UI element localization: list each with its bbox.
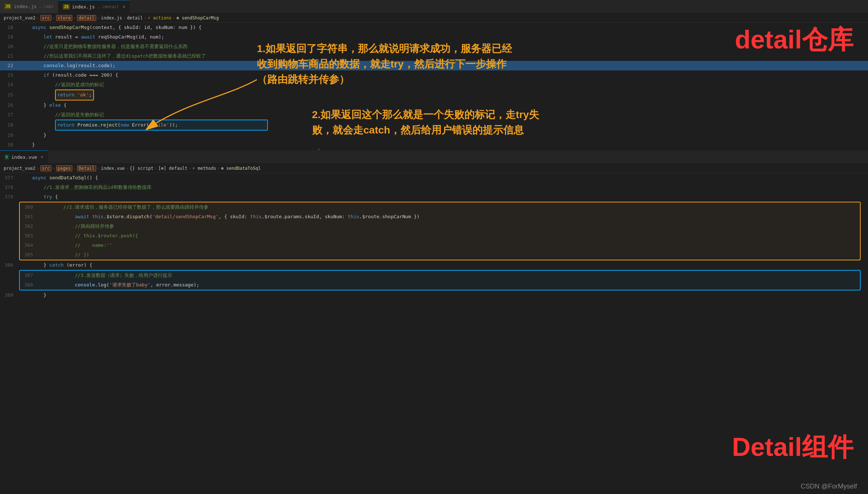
code-line-379: 379 try { (0, 192, 868, 202)
tab-index-detail[interactable]: JS index.js ..\detail ✕ (58, 0, 130, 13)
line-number-20: 20 (0, 42, 19, 51)
code-line-381: 381 await this.$store.dispatch('detail/s… (20, 212, 860, 222)
line-content-27: //返回的是失败的标记 (19, 110, 104, 120)
bc-actions: ⚡ actions (148, 15, 171, 21)
line-number-27: 27 (0, 110, 19, 120)
line-content-21: //所以这里我们不用再三连环了，通过dispatch把数据给服务器就已经欧了 (19, 51, 206, 61)
line-content-377: async sendDataToSql() { (19, 173, 98, 183)
line-number-381: 381 (20, 212, 39, 222)
code-line-386: 386 } catch (error) { (0, 260, 868, 270)
line-content-389: } (19, 290, 46, 300)
line-content-22: console.log(result.code); (19, 61, 115, 70)
line-content-388: console.log('请求失败了baby', error.message); (39, 280, 199, 290)
line-number-22: 22 (0, 61, 19, 70)
line-content-18: async sendShopCarMsg(context, { skuId: i… (19, 23, 201, 32)
line-content-24: //返回的是成功的标记 (19, 80, 104, 89)
line-content-378: //1.发请求，把购物车的商品id和数量传给数据库 (19, 183, 152, 192)
line-number-24: 24 (0, 80, 19, 89)
tab-path-2: ..\detail (97, 4, 119, 9)
line-number-377: 377 (0, 173, 19, 183)
line-number-383: 383 (20, 231, 39, 241)
bc-file: index.js (101, 15, 122, 21)
tab-vue-label: index.vue (11, 154, 37, 160)
tab-index-api[interactable]: JS index.js ..\api (0, 0, 58, 13)
line-number-29: 29 (0, 131, 19, 140)
code-line-387: 387 //3.发送数据（请求）失败，给用户进行提示 (20, 271, 860, 280)
code-line-377: 377 async sendDataToSql() { (0, 173, 868, 183)
bc-src-2: src (40, 165, 51, 171)
vue-file-icon: V (4, 154, 9, 160)
line-content-379: try { (19, 192, 58, 202)
close-vue-tab-icon[interactable]: ✕ (41, 154, 43, 160)
line-number-382: 382 (20, 222, 39, 231)
code-line-382: 382 //路由跳转并传参 (20, 222, 860, 231)
line-number-378: 378 (0, 183, 19, 192)
line-number-28: 28 (0, 120, 19, 130)
line-number-26: 26 (0, 100, 19, 110)
line-number-19: 19 (0, 32, 19, 42)
line-number-389: 389 (0, 290, 19, 300)
line-content-20: //这里只是把购物车数据给服务器，但是服务器不需要返回什么东西 (19, 42, 188, 51)
line-number-379: 379 (0, 192, 19, 202)
bc-detail-store: detail (77, 15, 96, 21)
bc-project: project_vue2 (4, 15, 36, 21)
return-ok-highlight: return 'ok'; (55, 89, 94, 100)
bottom-breadcrumb: project_vue2 › src › pages › Detail › in… (0, 164, 868, 173)
tab-path: ..\api (39, 4, 54, 9)
bottom-editor-section: V index.vue ✕ project_vue2 › src › pages… (0, 150, 868, 300)
bc-methods: ⚡ methods (192, 166, 216, 171)
line-content-387: //3.发送数据（请求）失败，给用户进行提示 (39, 271, 172, 280)
line-number-386: 386 (0, 260, 19, 270)
bc-default: [⊛] default (158, 166, 187, 171)
tab-label: index.js (14, 4, 37, 9)
code-line-389: 389 } (0, 290, 868, 300)
line-number-30: 30 (0, 140, 19, 150)
line-content-385: // }) (39, 250, 89, 260)
yellow-box-bottom: 380 //2.请求成功，服务器已经存储了数据了，那么就要路由跳转并传参 381… (19, 202, 861, 260)
close-tab-icon[interactable]: ✕ (123, 4, 125, 9)
bc-detail-page: Detail (77, 165, 96, 171)
line-content-386: } catch (error) { (19, 260, 92, 270)
code-line-380: 380 //2.请求成功，服务器已经存储了数据了，那么就要路由跳转并传参 (20, 202, 860, 212)
code-line-30: 30 } (0, 140, 868, 150)
tab-index-vue[interactable]: V index.vue ✕ (0, 150, 48, 164)
top-breadcrumb: project_vue2 › src › store › detail › in… (0, 13, 868, 23)
line-number-21: 21 (0, 51, 19, 61)
line-content-383: // this.$router.push({ (39, 231, 138, 241)
bc-send-data: ⊛ sendDataToSql (221, 166, 261, 171)
line-content-30: } (19, 140, 35, 150)
annotation-top-1: 1.如果返回了字符串，那么就说明请求成功，服务器已经 收到购物车商品的数据，就走… (257, 41, 514, 87)
line-content-19: let result = await reqShopCarMsg(id, num… (19, 32, 164, 42)
line-content-23: if (result.code === 200) { (19, 70, 118, 80)
line-content-382: //路由跳转并传参 (39, 222, 114, 231)
bottom-tab-bar: V index.vue ✕ (0, 150, 868, 164)
tab-label-2: index.js (72, 4, 95, 10)
bc-curly: {} script (130, 166, 153, 171)
line-number-18: 18 (0, 23, 19, 32)
line-number-23: 23 (0, 70, 19, 80)
blue-box-bottom: 387 //3.发送数据（请求）失败，给用户进行提示 388 console.l… (19, 270, 861, 290)
code-line-388: 388 console.log('请求失败了baby', error.messa… (20, 280, 860, 290)
annotation-top-2: 2.如果返回这个那么就是一个失败的标记，走try失败，就会走catch，然后给用… (312, 107, 539, 138)
line-content-26: } else { (19, 100, 66, 110)
line-number-25: 25 (0, 90, 19, 100)
bottom-code-area: 377 async sendDataToSql() { 378 //1.发请求，… (0, 173, 868, 300)
watermark: CSDN @ForMyself (801, 483, 857, 490)
line-content-380: //2.请求成功，服务器已经存储了数据了，那么就要路由跳转并传参 (39, 202, 208, 212)
line-content-25: return 'ok'; (19, 89, 94, 100)
line-content-384: // name:'' (39, 241, 112, 250)
line-number-388: 388 (20, 280, 39, 290)
detail-title: detail仓库 (735, 23, 853, 57)
code-line-385: 385 // }) (20, 250, 860, 260)
code-line-25: 25 return 'ok'; (0, 89, 868, 100)
bc-pages: pages (56, 165, 72, 171)
js-file-icon: JS (4, 4, 11, 9)
promise-reject-highlight: return Promise.reject(new Error('faile')… (55, 120, 268, 131)
line-number-384: 384 (20, 241, 39, 250)
top-tab-bar: JS index.js ..\api JS index.js ..\detail… (0, 0, 868, 13)
bc-src: src (40, 15, 51, 21)
line-content-381: await this.$store.dispatch('detail/sendS… (39, 212, 420, 222)
detail-component-title: Detail组件 (732, 430, 853, 465)
js-file-icon-2: JS (63, 4, 70, 10)
bc-store: store (56, 15, 72, 21)
